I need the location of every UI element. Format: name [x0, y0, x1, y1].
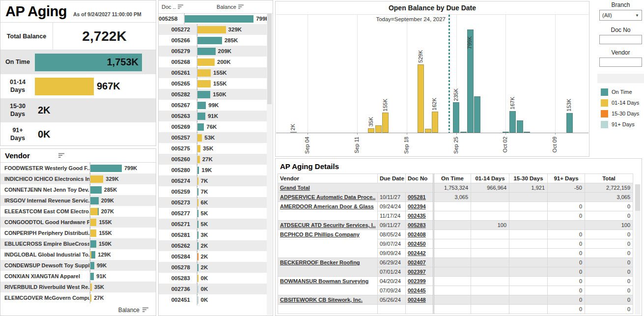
vendor-row[interactable]: ELEMCGOVER McGovern Compu.. 27K — [0, 292, 156, 303]
doc-row[interactable]: 005271 5K — [159, 219, 267, 230]
vendor-row[interactable]: IRSGOV Internal Revenue Servic.. 209K — [0, 195, 156, 206]
doc-row[interactable]: 005277 5K — [159, 208, 267, 219]
branch-dropdown[interactable]: (All) ▼ — [599, 10, 642, 21]
doc-row[interactable]: 005282 150K — [159, 89, 267, 100]
doc-row[interactable]: 005262 2K — [159, 240, 267, 251]
details-doc-link[interactable]: 002445 — [408, 287, 426, 293]
doc-bar[interactable] — [197, 275, 198, 282]
legend-item[interactable]: On Time — [601, 86, 644, 97]
vendor-row[interactable]: CONPERIPH Periphery Distributi.. 155K — [0, 228, 156, 238]
doc-row[interactable]: 005272 329K — [159, 24, 267, 35]
grand-total-link[interactable]: Grand Total — [280, 185, 310, 191]
doc-bar[interactable] — [197, 113, 205, 120]
chart-bar[interactable] — [566, 113, 573, 133]
vendor-row[interactable]: INDGLOBAL Global Industrial To.. 129K — [0, 249, 156, 260]
sort-icon[interactable] — [58, 153, 65, 158]
vendor-bar-segment[interactable] — [91, 251, 95, 259]
vendor-row[interactable]: FOODWESTER Westerly Good F.. 799K — [0, 163, 156, 173]
chart-bar[interactable] — [368, 128, 374, 133]
doc-bar[interactable] — [197, 264, 198, 271]
sort-icon[interactable] — [178, 4, 184, 9]
doc-row[interactable]: 005275 35K — [159, 143, 267, 154]
scrollbar-thumb[interactable] — [267, 13, 272, 104]
chart-bar[interactable] — [517, 120, 523, 133]
doc-list-scrollbar[interactable] — [267, 13, 272, 315]
details-vendor-link[interactable]: BCPHCO BC Phillips Company — [280, 231, 360, 237]
details-vendor-link[interactable]: BECKERROOF Becker Roofing — [280, 259, 360, 265]
doc-bar[interactable] — [197, 286, 198, 293]
vendor-bar-segment[interactable] — [90, 208, 98, 215]
vendor-bar-segment[interactable] — [90, 262, 94, 269]
legend-item[interactable]: 01-14 Days — [601, 97, 644, 108]
details-vendor-link[interactable]: BOWMANSUR Bowman Surveying — [280, 278, 368, 284]
doc-row[interactable]: 002451 0K — [159, 294, 267, 305]
doc-bar[interactable] — [197, 102, 206, 109]
chart-bar[interactable] — [425, 129, 431, 133]
doc-row[interactable]: 005268 200K — [159, 57, 267, 67]
doc-row[interactable]: 005284 2K — [159, 251, 267, 262]
doc-row[interactable]: 005278 2K — [159, 262, 267, 273]
doc-bar[interactable] — [185, 15, 253, 23]
vendor-bar-segment[interactable] — [90, 165, 122, 172]
doc-bar[interactable] — [197, 48, 216, 55]
vendor-row[interactable]: EBLUECROSS Empire BlueCross .. 150K — [0, 238, 156, 249]
docno-filter-input[interactable] — [599, 35, 642, 44]
vendor-bar-segment[interactable] — [90, 240, 96, 248]
doc-row[interactable]: 005259 7K — [159, 186, 267, 197]
doc-row[interactable]: 005263 91K — [159, 111, 267, 121]
details-doc-link[interactable]: 002397 — [408, 269, 426, 275]
doc-row[interactable]: 005258 799K — [159, 13, 267, 24]
doc-bar[interactable] — [197, 242, 198, 250]
details-vendor-link[interactable]: ADPSERVICE Automatic Data Proce.. — [280, 194, 375, 200]
doc-bar[interactable] — [197, 156, 200, 163]
doc-row[interactable]: 005283 0K — [159, 273, 267, 284]
doc-bar[interactable] — [197, 123, 204, 131]
vendor-bar-segment[interactable] — [90, 294, 91, 302]
legend-item[interactable]: 15-30 Days — [601, 108, 644, 119]
details-scrollbar[interactable] — [635, 184, 641, 315]
chart-bar[interactable] — [453, 102, 459, 133]
vendor-bar-segment[interactable] — [90, 197, 99, 204]
doc-row[interactable]: 005269 76K — [159, 121, 267, 132]
doc-row[interactable]: 005266 285K — [159, 35, 267, 46]
vendor-row[interactable]: CONNETJENN Net Jenn Toy Dev.. 285K — [0, 184, 156, 195]
chart-bar[interactable] — [432, 112, 438, 133]
legend-item[interactable]: 91+ Days — [601, 119, 644, 130]
bucket-bar[interactable]: 1,753K — [35, 54, 142, 71]
doc-row[interactable]: 005267 99K — [159, 100, 267, 111]
details-doc-link[interactable]: 002399 — [408, 278, 426, 284]
chart-bar[interactable] — [418, 64, 424, 133]
details-doc-link[interactable]: 002448 — [408, 297, 426, 303]
doc-bar[interactable] — [197, 221, 198, 228]
doc-bar[interactable] — [197, 177, 198, 185]
chart-bar[interactable] — [474, 96, 480, 133]
details-doc-link[interactable]: 002442 — [408, 250, 426, 256]
doc-bar[interactable] — [197, 91, 210, 98]
doc-row[interactable]: 002736 0K — [159, 284, 267, 294]
vendor-filter-input[interactable] — [599, 57, 642, 67]
doc-row[interactable]: 005279 209K — [159, 46, 267, 57]
vendor-row[interactable]: ELEEASTCOM East COM Electro.. 207K — [0, 206, 156, 217]
doc-bar[interactable] — [197, 188, 198, 196]
vendor-bar-segment[interactable] — [90, 284, 92, 291]
doc-row[interactable]: 005274 7K — [159, 175, 267, 186]
details-vendor-link[interactable]: AMERDOOR American Door & Glass — [280, 203, 374, 209]
doc-row[interactable]: 005280 19K — [159, 165, 267, 175]
sort-icon[interactable] — [142, 307, 149, 313]
vendor-row[interactable]: CONDEWSUP Dewsoft Toy Supply 99K — [0, 260, 156, 271]
vendor-bar-segment[interactable] — [98, 208, 99, 215]
vendor-bar-segment[interactable] — [90, 273, 94, 280]
doc-bar[interactable] — [197, 37, 222, 44]
chart-bar[interactable] — [382, 113, 389, 133]
vendor-row[interactable]: CONXIAN XIANGTAN Apparel 91K — [0, 271, 156, 282]
doc-bar[interactable] — [197, 253, 198, 260]
doc-row[interactable]: 005260 27K — [159, 154, 267, 165]
details-doc-link[interactable]: 002450 — [408, 241, 426, 247]
doc-bar[interactable] — [197, 231, 198, 239]
doc-bar[interactable] — [197, 26, 226, 33]
doc-bar[interactable] — [197, 69, 211, 77]
doc-row[interactable]: 005265 155K — [159, 78, 267, 89]
vendor-bar-segment[interactable] — [90, 219, 96, 226]
doc-bar[interactable] — [197, 145, 200, 152]
chart-bar[interactable] — [375, 125, 382, 133]
